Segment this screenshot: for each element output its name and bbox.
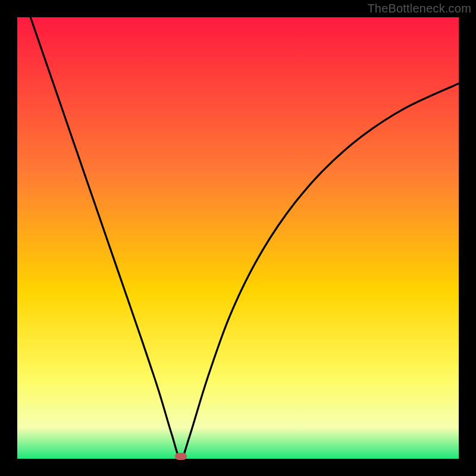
- optimum-marker: [175, 453, 187, 460]
- chart-svg: [17, 17, 459, 459]
- chart-panel: [17, 17, 459, 459]
- watermark-text: TheBottleneck.com: [367, 2, 471, 15]
- gradient-background: [17, 17, 459, 459]
